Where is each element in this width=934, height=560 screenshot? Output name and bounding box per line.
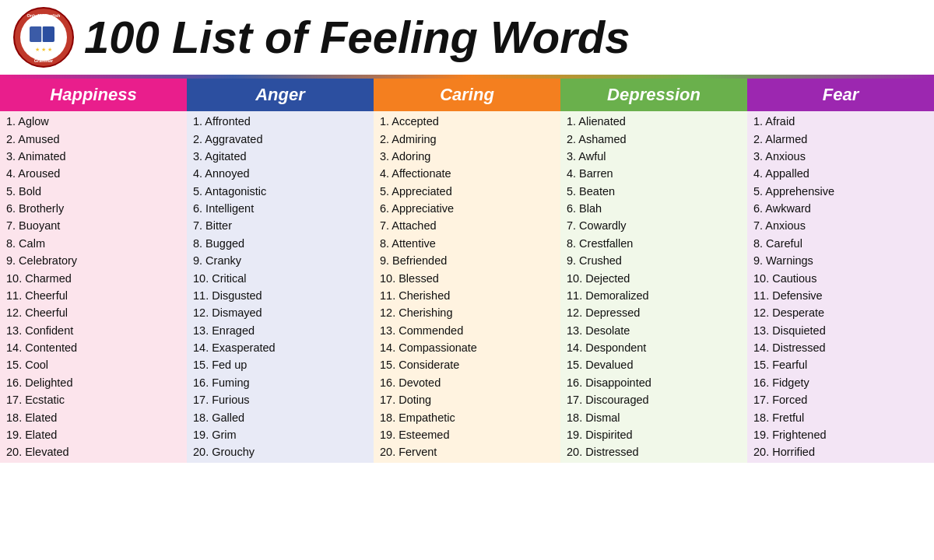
svg-text:★ ★ ★: ★ ★ ★ <box>35 47 52 52</box>
list-item: 18. Fretful <box>747 408 934 425</box>
depression-list: 1. Alienated2. Ashamed3. Awful4. Barren5… <box>560 111 747 463</box>
list-item: 12. Cherishing <box>374 304 560 321</box>
list-item: 13. Disquieted <box>747 322 934 339</box>
list-item: 16. Fuming <box>187 374 374 391</box>
list-item: 14. Exasperated <box>187 339 374 356</box>
list-item: 17. Forced <box>747 391 934 408</box>
list-item: 10. Charmed <box>0 269 187 286</box>
list-item: 14. Compassionate <box>374 339 560 356</box>
happiness-list: 1. Aglow2. Amused3. Animated4. Aroused5.… <box>0 111 187 463</box>
list-item: 7. Anxious <box>747 217 934 234</box>
list-item: 1. Accepted <box>374 113 560 130</box>
list-item: 13. Commended <box>374 322 560 339</box>
col-header-fear: Fear <box>747 79 934 111</box>
list-item: 7. Buoyant <box>0 217 187 234</box>
list-item: 19. Esteemed <box>374 426 560 443</box>
list-item: 2. Aggravated <box>187 130 374 147</box>
list-item: 14. Distressed <box>747 339 934 356</box>
list-item: 11. Cheerful <box>0 287 187 304</box>
list-item: 10. Blessed <box>374 269 560 286</box>
list-item: 2. Alarmed <box>747 130 934 147</box>
list-item: 12. Depressed <box>560 304 747 321</box>
list-item: 10. Cautious <box>747 269 934 286</box>
svg-text:Grammar: Grammar <box>34 58 54 63</box>
list-item: 17. Furious <box>187 391 374 408</box>
list-item: 9. Celebratory <box>0 252 187 269</box>
list-item: 6. Awkward <box>747 200 934 217</box>
list-item: 5. Antagonistic <box>187 183 374 200</box>
list-item: 18. Empathetic <box>374 408 560 425</box>
svg-rect-2 <box>30 26 42 42</box>
list-item: 16. Fidgety <box>747 374 934 391</box>
list-item: 20. Fervent <box>374 443 560 460</box>
list-item: 20. Horrified <box>747 443 934 460</box>
list-item: 12. Cheerful <box>0 304 187 321</box>
list-item: 17. Discouraged <box>560 391 747 408</box>
list-item: 10. Critical <box>187 269 374 286</box>
list-item: 3. Animated <box>0 148 187 165</box>
list-item: 5. Bold <box>0 183 187 200</box>
data-rows: 1. Aglow2. Amused3. Animated4. Aroused5.… <box>0 111 934 463</box>
list-item: 14. Despondent <box>560 339 747 356</box>
list-item: 15. Considerate <box>374 356 560 373</box>
list-item: 3. Anxious <box>747 148 934 165</box>
col-header-depression: Depression <box>560 79 747 111</box>
list-item: 7. Cowardly <box>560 217 747 234</box>
list-item: 6. Brotherly <box>0 200 187 217</box>
list-item: 18. Galled <box>187 408 374 425</box>
list-item: 15. Fearful <box>747 356 934 373</box>
svg-rect-3 <box>42 26 54 42</box>
list-item: 4. Annoyed <box>187 165 374 182</box>
list-item: 16. Delighted <box>0 374 187 391</box>
list-item: 5. Apprehensive <box>747 183 934 200</box>
list-item: 16. Devoted <box>374 374 560 391</box>
list-item: 8. Attentive <box>374 235 560 252</box>
fear-list: 1. Afraid2. Alarmed3. Anxious4. Appalled… <box>747 111 934 463</box>
list-item: 6. Blah <box>560 200 747 217</box>
list-item: 15. Devalued <box>560 356 747 373</box>
list-item: 1. Affronted <box>187 113 374 130</box>
list-item: 8. Calm <box>0 235 187 252</box>
list-item: 4. Aroused <box>0 165 187 182</box>
list-item: 4. Barren <box>560 165 747 182</box>
list-item: 13. Confident <box>0 322 187 339</box>
list-item: 10. Dejected <box>560 269 747 286</box>
list-item: 15. Cool <box>0 356 187 373</box>
list-item: 12. Desperate <box>747 304 934 321</box>
col-header-anger: Anger <box>187 79 374 111</box>
list-item: 5. Appreciated <box>374 183 560 200</box>
list-item: 7. Bitter <box>187 217 374 234</box>
list-item: 2. Admiring <box>374 130 560 147</box>
logo: ★ ★ ★ Only My English Grammar <box>12 6 75 68</box>
list-item: 13. Enraged <box>187 322 374 339</box>
list-item: 18. Dismal <box>560 408 747 425</box>
page-header: ★ ★ ★ Only My English Grammar 100 List o… <box>0 0 934 75</box>
list-item: 6. Appreciative <box>374 200 560 217</box>
list-item: 1. Alienated <box>560 113 747 130</box>
list-item: 12. Dismayed <box>187 304 374 321</box>
list-item: 19. Elated <box>0 426 187 443</box>
list-item: 2. Amused <box>0 130 187 147</box>
list-item: 8. Careful <box>747 235 934 252</box>
list-item: 20. Distressed <box>560 443 747 460</box>
list-item: 8. Crestfallen <box>560 235 747 252</box>
list-item: 1. Aglow <box>0 113 187 130</box>
list-item: 1. Afraid <box>747 113 934 130</box>
list-item: 9. Cranky <box>187 252 374 269</box>
svg-text:Only My English: Only My English <box>27 13 61 18</box>
list-item: 2. Ashamed <box>560 130 747 147</box>
feeling-words-table: Happiness Anger Caring Depression Fear 1… <box>0 79 934 463</box>
list-item: 4. Affectionate <box>374 165 560 182</box>
col-header-happiness: Happiness <box>0 79 187 111</box>
list-item: 3. Agitated <box>187 148 374 165</box>
list-item: 5. Beaten <box>560 183 747 200</box>
list-item: 8. Bugged <box>187 235 374 252</box>
list-item: 11. Demoralized <box>560 287 747 304</box>
list-item: 6. Intelligent <box>187 200 374 217</box>
list-item: 15. Fed up <box>187 356 374 373</box>
list-item: 20. Grouchy <box>187 443 374 460</box>
list-item: 3. Awful <box>560 148 747 165</box>
anger-list: 1. Affronted2. Aggravated3. Agitated4. A… <box>187 111 374 463</box>
caring-list: 1. Accepted2. Admiring3. Adoring4. Affec… <box>374 111 560 463</box>
list-item: 16. Disappointed <box>560 374 747 391</box>
